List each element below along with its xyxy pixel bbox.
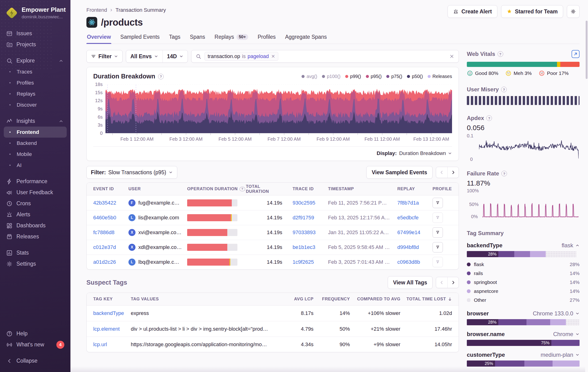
sidebar-item-replays[interactable]: Replays xyxy=(4,88,67,99)
sidebar-item-user-feedback[interactable]: User Feedback xyxy=(4,187,67,198)
tag-legend-item[interactable]: aspnetcore14% xyxy=(467,287,579,296)
sidebar-item-projects[interactable]: Projects xyxy=(4,39,67,50)
help-icon[interactable]: ? xyxy=(486,115,492,121)
trace-id-link[interactable]: 1c9f2625 xyxy=(282,259,328,265)
column-header-user[interactable]: USER xyxy=(128,186,187,191)
tag-key-link[interactable]: backendType xyxy=(93,310,131,316)
sidebar-item-settings[interactable]: Settings xyxy=(4,258,67,269)
event-id-link[interactable]: a01d2c26 xyxy=(93,259,128,265)
token-remove-icon[interactable]: ✕ xyxy=(271,53,275,59)
tab-profiles[interactable]: Profiles xyxy=(257,34,276,44)
trace-id-link[interactable]: 930c2595 xyxy=(282,200,328,206)
environment-selector[interactable]: All Envs xyxy=(126,50,162,63)
help-icon[interactable]: ? xyxy=(498,51,503,57)
breadcrumb-parent[interactable]: Frontend xyxy=(86,7,107,13)
open-web-vitals-button[interactable] xyxy=(572,50,579,58)
event-id-link[interactable]: fc7886d8 xyxy=(93,229,128,235)
scrollbar-thumb[interactable] xyxy=(586,21,588,79)
sidebar-item-collapse[interactable]: Collapse xyxy=(4,355,67,366)
previous-page-button[interactable] xyxy=(436,277,447,288)
help-icon[interactable]: ? xyxy=(501,87,507,92)
sidebar-item-performance[interactable]: Performance xyxy=(4,176,67,187)
legend-item-p100[interactable]: p100() xyxy=(322,74,340,79)
create-alert-button[interactable]: Create Alert xyxy=(448,5,497,18)
column-header-total-duration[interactable]: TOTAL DURATION xyxy=(246,184,282,194)
trace-id-link[interactable]: d2f91759 xyxy=(282,215,328,221)
column-header-operation-duration[interactable]: OPERATION DURATION? xyxy=(187,186,246,191)
sidebar-item-discover[interactable]: Discover xyxy=(4,99,67,110)
tag-section-value-dropdown[interactable]: medium-plan xyxy=(541,351,579,358)
tag-legend-item[interactable]: Other27% xyxy=(467,296,579,305)
tab-aggregate-spans[interactable]: Aggregate Spans xyxy=(285,34,327,44)
transaction-filter-dropdown[interactable]: Filter: Slow Transactions (p95) xyxy=(86,166,177,179)
search-input[interactable]: transaction.op is pageload ✕ xyxy=(191,50,459,63)
tab-tags[interactable]: Tags xyxy=(168,34,181,44)
replay-id-link[interactable]: d994bf8d xyxy=(397,244,432,250)
filter-dropdown[interactable]: Filter xyxy=(86,50,123,63)
replay-id-link[interactable]: e5edbcfe xyxy=(397,215,432,221)
column-header-tag-values[interactable]: TAG VALUES xyxy=(131,297,275,302)
profile-button[interactable] xyxy=(432,213,443,223)
column-header-frequency[interactable]: FREQUENCY xyxy=(314,297,350,302)
legend-item-avg[interactable]: avg() xyxy=(302,74,317,79)
starred-for-team-button[interactable]: Starred for Team xyxy=(501,5,563,18)
tag-section-value-dropdown[interactable]: Chrome xyxy=(553,331,579,338)
tab-sampled-events[interactable]: Sampled Events xyxy=(120,34,160,44)
sidebar-item-frontend[interactable]: Frontend xyxy=(4,127,67,138)
sidebar-item-profiles[interactable]: Profiles xyxy=(4,77,67,88)
tag-legend-item[interactable]: rails14% xyxy=(467,269,579,278)
help-icon[interactable]: ? xyxy=(501,171,507,176)
sidebar-item-dashboards[interactable]: Dashboards xyxy=(4,220,67,231)
next-page-button[interactable] xyxy=(447,167,459,178)
tab-overview[interactable]: Overview xyxy=(86,34,111,44)
tag-section-value-dropdown[interactable]: Chrome 133.0.0 xyxy=(533,310,579,317)
sidebar-item-alerts[interactable]: Alerts xyxy=(4,209,67,220)
tag-legend-item[interactable]: flask28% xyxy=(467,260,579,269)
replay-id-link[interactable]: 67499e14 xyxy=(397,229,432,235)
event-id-link[interactable]: 6460e5b0 xyxy=(93,215,128,221)
event-id-link[interactable]: 42b35422 xyxy=(93,200,128,206)
search-clear-icon[interactable] xyxy=(449,54,454,59)
replay-id-link[interactable]: 7f8b7d1a xyxy=(397,200,432,206)
date-range-selector[interactable]: 14D xyxy=(162,50,188,63)
tag-key-link[interactable]: lcp.url xyxy=(93,341,131,348)
column-header-event-id[interactable]: EVENT ID xyxy=(93,186,128,191)
sidebar-item-mobile[interactable]: Mobile xyxy=(4,149,67,160)
sidebar-item-stats[interactable]: Stats xyxy=(4,247,67,258)
legend-item-p75[interactable]: p75() xyxy=(386,74,402,79)
previous-page-button[interactable] xyxy=(436,167,447,178)
replay-id-link[interactable]: c0963d8b xyxy=(397,259,432,265)
sidebar-item-explore[interactable]: Explore xyxy=(4,55,67,66)
column-header-compared-to-avg[interactable]: COMPARED TO AVG xyxy=(350,297,400,302)
display-selector[interactable]: Duration Breakdown xyxy=(399,150,452,156)
column-header-total-time-lost[interactable]: TOTAL TIME LOST xyxy=(400,297,452,302)
profile-button[interactable] xyxy=(432,257,443,267)
sidebar-item-ai[interactable]: AI xyxy=(4,160,67,171)
tab-replays[interactable]: Replays50+ xyxy=(214,34,249,44)
tag-key-link[interactable]: lcp.element xyxy=(93,326,131,332)
trace-id-link[interactable]: 97033893 xyxy=(282,229,328,235)
profile-button[interactable] xyxy=(432,242,443,253)
sidebar-item-backend[interactable]: Backend xyxy=(4,138,67,149)
view-sampled-events-button[interactable]: View Sampled Events xyxy=(366,166,432,179)
tag-legend-item[interactable]: springboot14% xyxy=(467,278,579,287)
column-header-tag-key[interactable]: TAG KEY xyxy=(93,297,131,302)
column-header-profile[interactable]: PROFILE xyxy=(432,186,452,191)
column-header-avg-lcp[interactable]: AVG LCP xyxy=(275,297,314,302)
sidebar-item-what-s-new[interactable]: What's new4 xyxy=(4,339,67,350)
tag-section-value-dropdown[interactable]: flask xyxy=(562,242,579,249)
next-page-button[interactable] xyxy=(447,277,459,288)
sidebar-item-releases[interactable]: Releases xyxy=(4,231,67,242)
view-all-tags-button[interactable]: View All Tags xyxy=(388,276,432,289)
legend-item-p50[interactable]: p50() xyxy=(407,74,423,79)
trace-id-link[interactable]: be1b1ec3 xyxy=(282,244,328,250)
column-header-trace-id[interactable]: TRACE ID xyxy=(282,186,328,191)
column-header-timestamp[interactable]: TIMESTAMP xyxy=(328,186,397,191)
tab-spans[interactable]: Spans xyxy=(189,34,205,44)
legend-item-p99[interactable]: p99() xyxy=(345,74,361,79)
profile-button[interactable] xyxy=(432,198,443,208)
legend-item-releases[interactable]: Releases xyxy=(428,74,452,79)
sidebar-item-insights[interactable]: Insights xyxy=(4,116,67,127)
org-switcher[interactable]: Empower Plant dominik.buszowiec... xyxy=(4,5,67,21)
search-token[interactable]: transaction.op is pageload ✕ xyxy=(205,52,278,61)
